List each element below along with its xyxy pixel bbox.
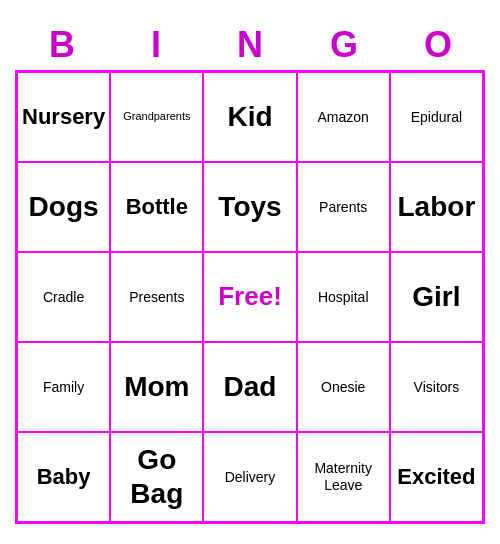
bingo-cell: Grandparents: [110, 72, 203, 162]
header-letter: G: [297, 20, 391, 70]
bingo-cell: Cradle: [17, 252, 110, 342]
bingo-cell: Mom: [110, 342, 203, 432]
bingo-cell: Parents: [297, 162, 390, 252]
bingo-cell: Girl: [390, 252, 483, 342]
bingo-cell: Hospital: [297, 252, 390, 342]
bingo-cell: Dad: [203, 342, 296, 432]
bingo-row: FamilyMomDadOnesieVisitors: [17, 342, 483, 432]
bingo-row: NurseryGrandparentsKidAmazonEpidural: [17, 72, 483, 162]
bingo-cell: Toys: [203, 162, 296, 252]
bingo-cell: Amazon: [297, 72, 390, 162]
bingo-row: CradlePresentsFree!HospitalGirl: [17, 252, 483, 342]
bingo-cell: Delivery: [203, 432, 296, 522]
bingo-cell: Presents: [110, 252, 203, 342]
bingo-cell: Nursery: [17, 72, 110, 162]
bingo-cell: Maternity Leave: [297, 432, 390, 522]
bingo-cell: Baby: [17, 432, 110, 522]
bingo-cell: Free!: [203, 252, 296, 342]
bingo-cell: Excited: [390, 432, 483, 522]
bingo-header-row: BINGO: [15, 20, 485, 70]
header-letter: I: [109, 20, 203, 70]
bingo-cell: Go Bag: [110, 432, 203, 522]
bingo-cell: Onesie: [297, 342, 390, 432]
bingo-cell: Visitors: [390, 342, 483, 432]
bingo-card: BINGO NurseryGrandparentsKidAmazonEpidur…: [15, 20, 485, 524]
header-letter: N: [203, 20, 297, 70]
bingo-cell: Dogs: [17, 162, 110, 252]
header-letter: B: [15, 20, 109, 70]
bingo-cell: Bottle: [110, 162, 203, 252]
bingo-cell: Kid: [203, 72, 296, 162]
bingo-cell: Family: [17, 342, 110, 432]
bingo-row: BabyGo BagDeliveryMaternity LeaveExcited: [17, 432, 483, 522]
header-letter: O: [391, 20, 485, 70]
bingo-cell: Epidural: [390, 72, 483, 162]
bingo-row: DogsBottleToysParentsLabor: [17, 162, 483, 252]
bingo-grid: NurseryGrandparentsKidAmazonEpiduralDogs…: [15, 70, 485, 524]
bingo-cell: Labor: [390, 162, 483, 252]
